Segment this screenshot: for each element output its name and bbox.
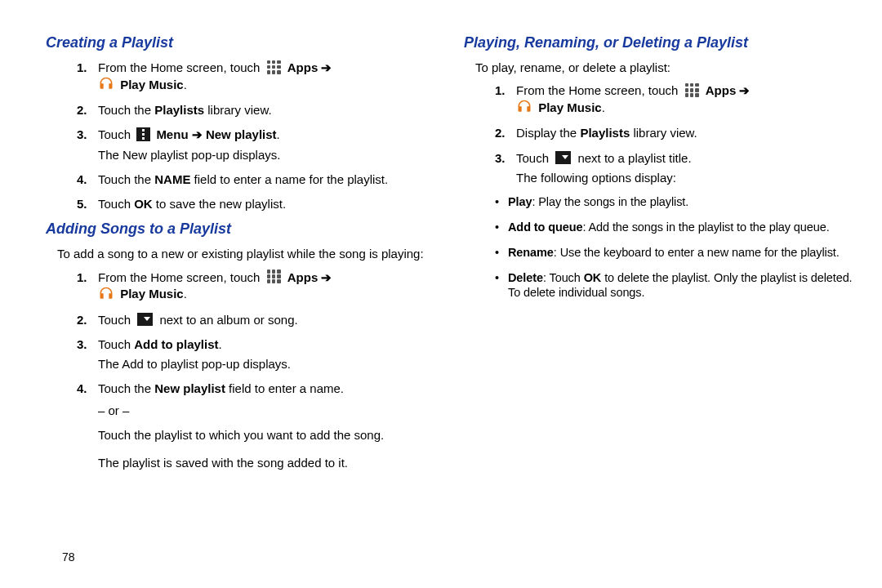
page-number: 78 [62,550,75,564]
arrow-icon: ➔ [321,60,332,74]
bold: Add to playlist [134,337,218,351]
new-playlist-label: New playlist [206,127,277,141]
step-text: From the Home screen, touch [516,83,682,97]
step-item: Touch Menu ➔ New playlist. The New playl… [77,127,439,163]
step-text: Touch [98,337,134,351]
dropdown-icon [137,313,153,326]
step-item: Touch the Playlists library view. [77,102,439,118]
step-text: library view. [630,126,697,140]
step-text: field to enter a name. [225,381,344,395]
period: . [184,78,187,91]
step-text: . [219,337,222,351]
steps-adding-songs: From the Home screen, touch Apps ➔ Play … [77,270,439,472]
step-item: Touch the NAME field to enter a name for… [77,172,439,188]
step-item: Display the Playlists library view. [495,125,858,141]
step-extra: The playlist is saved with the song adde… [98,455,439,471]
play-music-label: Play Music [120,287,184,301]
step-text: Touch the [98,103,154,117]
arrow-icon: ➔ [192,127,203,141]
apps-label: Apps [287,60,318,74]
apps-grid-icon [266,60,282,75]
dropdown-icon [555,151,571,164]
step-item: Touch next to an album or song. [77,312,439,328]
apps-label: Apps [287,270,318,284]
bullet-text: : Play the songs in the playlist. [532,195,688,208]
headphones-icon [516,98,535,115]
heading-creating-playlist: Creating a Playlist [46,34,439,51]
step-extra: The Add to playlist pop-up displays. [98,356,439,372]
bullet-item: Play: Play the songs in the playlist. [495,194,858,210]
steps-creating-playlist: From the Home screen, touch Apps ➔ Play … [77,60,439,212]
intro-adding-songs: To add a song to a new or existing playl… [57,246,428,262]
step-text: to save the new playlist. [153,197,286,211]
vertical-dots-icon [136,127,150,141]
heading-playing-renaming-deleting: Playing, Renaming, or Deleting a Playlis… [464,34,858,51]
play-music-label: Play Music [538,100,602,114]
bold: Playlists [580,126,630,140]
play-music-label: Play Music [120,78,184,91]
apps-grid-icon [266,269,282,284]
step-text: Touch [98,197,134,211]
bullet-text: : Use the keyboard to enter a new name f… [554,246,840,259]
headphones-icon [98,285,117,302]
bullet-item: Rename: Use the keyboard to enter a new … [495,245,858,261]
arrow-icon: ➔ [321,270,332,284]
bullet-label: Play [508,195,532,208]
step-item: Touch OK to save the new playlist. [77,196,439,212]
bullet-label: Rename [508,246,554,259]
options-bullets: Play: Play the songs in the playlist. Ad… [495,194,858,301]
step-text: Touch [98,313,134,327]
step-extra: Touch the playlist to which you want to … [98,427,439,443]
bullet-label: Add to queue [508,220,582,234]
step-text: next to a playlist title. [577,151,691,165]
step-item: Touch next to a playlist title. The foll… [495,150,858,187]
step-text: field to enter a name for the playlist. [190,172,388,186]
apps-label: Apps [706,83,737,97]
period: . [184,287,187,301]
steps-playing: From the Home screen, touch Apps ➔ Play … [495,82,858,186]
intro-playing: To play, rename, or delete a playlist: [475,60,846,76]
step-item: From the Home screen, touch Apps ➔ Play … [495,82,858,117]
step-text: Touch [98,127,134,141]
step-item: From the Home screen, touch Apps ➔ Play … [77,60,439,94]
step-text: From the Home screen, touch [98,270,264,284]
step-text: Display the [516,126,580,140]
bullet-text: : Add the songs in the playlist to the p… [582,220,829,234]
bold: NAME [154,172,190,186]
apps-grid-icon [684,82,700,98]
step-item: Touch the New playlist field to enter a … [77,381,439,471]
step-item: From the Home screen, touch Apps ➔ Play … [77,270,439,304]
heading-adding-songs: Adding Songs to a Playlist [46,220,439,238]
period: . [602,100,605,114]
step-text: next to an album or song. [159,313,297,327]
step-text: From the Home screen, touch [98,60,264,74]
left-column: Creating a Playlist From the Home screen… [46,31,439,580]
bullet-item: Delete: Touch OK to delete the playlist.… [495,270,858,301]
bullet-item: Add to queue: Add the songs in the playl… [495,220,858,235]
right-column: Playing, Renaming, or Deleting a Playlis… [464,31,858,580]
step-item: Touch Add to playlist. The Add to playli… [77,336,439,373]
bold: New playlist [154,381,225,395]
step-text: library view. [204,103,272,117]
step-extra: The New playlist pop-up displays. [98,147,439,163]
step-text: Touch the [98,381,154,395]
bold: OK [584,271,602,284]
bullet-label: Delete [508,271,543,284]
bold: Playlists [154,103,204,117]
step-extra: The following options display: [516,170,858,186]
bullet-pre: : Touch [543,271,584,284]
menu-label: Menu [156,127,188,141]
headphones-icon [98,75,117,92]
bold: OK [134,197,153,211]
or-divider: – or – [98,403,439,419]
step-text: Touch [516,151,552,165]
manual-page: Creating a Playlist From the Home screen… [0,0,882,588]
period: . [277,127,280,141]
arrow-icon: ➔ [739,83,750,97]
step-text: Touch the [98,172,154,186]
